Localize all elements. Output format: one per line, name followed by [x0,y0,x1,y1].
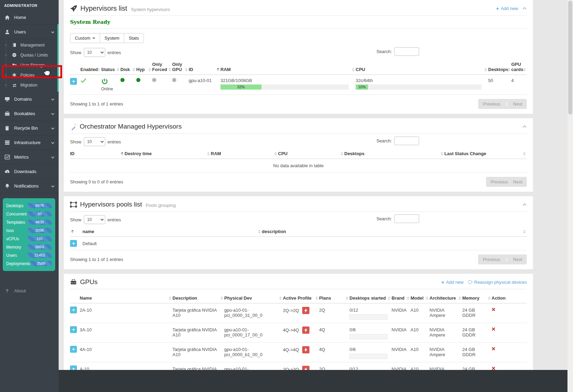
page-number[interactable]: 1 [505,257,508,262]
sidebar-item-policies[interactable]: Policies [0,70,59,80]
delete-gpu-button[interactable] [492,308,495,311]
column-desktops-started[interactable]: Desktops started [349,294,392,303]
hypervisor-id: gpu-a10-01 [189,75,220,95]
apply-profile-button[interactable] [302,366,309,370]
previous-page-button[interactable]: Previous [491,179,508,184]
search-input[interactable] [394,214,419,223]
sidebar-item-management[interactable]: Management [0,40,59,50]
sidebar-item-about[interactable]: ? About [0,285,59,297]
page-size-select[interactable]: 10 [84,215,105,224]
expand-row-button[interactable]: + [70,306,77,313]
reassign-physical-devices-button[interactable]: Reassign physical devices [468,280,527,285]
only-forced-status-dot [152,78,156,82]
gpu-model: A10 [411,362,429,370]
apply-profile-button[interactable] [302,326,309,334]
sidebar-item-home[interactable]: Home [0,10,59,25]
gpu-desktops-started-cell: 0/12 [349,362,392,370]
column-desktops[interactable]: Desktops [488,60,511,75]
column-plans[interactable]: Plans [319,294,349,303]
gpu-architecture: NVIDIA Ampere [429,303,462,323]
sort-icon [132,68,135,71]
column-architecture[interactable]: Architecture [429,294,462,303]
sidebar-item-domains[interactable]: Domains [0,92,59,107]
previous-page-button[interactable]: Previous [483,101,500,107]
column-name[interactable]: name [82,228,262,237]
column-memory[interactable]: Memory [462,294,492,303]
page-number[interactable]: 1 [505,101,508,107]
column-status[interactable]: Status [101,60,120,75]
column-description[interactable]: description [262,228,527,237]
collapse-icon[interactable] [522,6,527,11]
x-icon [492,347,495,351]
sidebar-item-users[interactable]: Users [0,25,59,39]
tab-stats[interactable]: Stats [124,33,144,43]
column-disk[interactable]: Disk [120,60,136,75]
sidebar-item-user-storage[interactable]: User Storage [0,60,59,70]
next-page-button[interactable]: Next [513,179,522,184]
add-new-hypervisor-button[interactable]: +Add new [496,6,518,11]
sidebar-item-infrastructure[interactable]: Infrastructure [0,135,59,150]
column-desktops[interactable]: Desktops [344,150,444,159]
expand-row-button[interactable]: + [70,78,77,85]
briefcase-icon [4,111,10,117]
tab-custom[interactable]: Custom [70,33,100,43]
gpu-active-profile: 4Q->4Q [283,347,299,352]
column-hyp[interactable]: Hyp [136,60,152,75]
column-cpu[interactable]: CPU [356,60,488,75]
sort-icon [523,68,526,71]
column-only-forced[interactable]: Only Forced [152,60,172,75]
column-only-gpu[interactable]: Only GPU [172,60,189,75]
sidebar-item-quotas-limits[interactable]: Quotas / Limits [0,50,59,60]
delete-gpu-button[interactable] [492,327,495,331]
column-ram[interactable]: RAM [211,150,278,159]
pool-description [262,237,527,250]
scrollbar-thumb[interactable] [568,1,572,114]
apply-profile-button[interactable] [302,346,309,353]
column-id[interactable]: ID [70,150,125,159]
collapse-icon[interactable] [522,202,527,207]
column-model[interactable]: Model [411,294,429,303]
column-name[interactable]: Name [80,294,172,303]
previous-page-button[interactable]: Previous [483,257,500,262]
column-enabled[interactable]: Enabled [80,60,101,75]
gpu-physical-dev: gpu-a10-01-pci_0000_17_00_0 [224,323,283,343]
column-brand[interactable]: Brand [392,294,411,303]
column-last-status-change[interactable]: Last Status Change [444,150,527,159]
entries-label: entries [108,139,121,144]
column-description[interactable]: Description [172,294,224,303]
sidebar-item-downloads[interactable]: Downloads [0,164,59,179]
expand-row-button[interactable]: + [70,365,77,370]
sidebar-item-recycle-bin[interactable]: Recycle Bin [0,121,59,135]
expand-row-button[interactable]: + [70,240,77,247]
page-size-select[interactable]: 10 [84,48,105,57]
apply-profile-button[interactable] [302,307,309,314]
next-page-button[interactable]: Next [513,101,522,107]
sidebar-item-migration[interactable]: Migration [0,80,59,90]
page-size-select[interactable]: 10 [84,137,105,146]
chevron-down-icon [51,183,55,189]
search-input[interactable] [394,47,419,56]
add-new-gpu-button[interactable]: +Add new [441,279,463,285]
column-physical-dev[interactable]: Physical Dev [224,294,283,303]
column-destroy-time[interactable]: Destroy time [125,150,211,159]
column-cpu[interactable]: CPU [278,150,344,159]
sidebar-item-bookables[interactable]: Bookables [0,107,59,121]
stat-row-concurrent: Concurrent50 [6,211,52,217]
next-page-button[interactable]: Next [513,257,522,262]
column-expand[interactable] [70,228,82,237]
show-label: Show [70,50,81,55]
tab-system[interactable]: System [100,33,124,43]
expand-row-button[interactable]: + [70,346,77,353]
delete-gpu-button[interactable] [492,347,495,351]
delete-gpu-button[interactable] [492,366,495,370]
sidebar-item-metrics[interactable]: Metrics [0,150,59,164]
sidebar-item-notifications[interactable]: Notifications [0,179,59,193]
expand-row-button[interactable]: + [70,326,77,333]
column-gpu-cards[interactable]: GPU cards [511,60,527,75]
search-input[interactable] [394,137,419,145]
vertical-scrollbar[interactable] [567,0,573,392]
column-active-profile[interactable]: Active Profile [283,294,319,303]
collapse-icon[interactable] [522,124,527,129]
column-ram[interactable]: RAM [220,60,356,75]
column-id[interactable]: ID [189,60,220,75]
